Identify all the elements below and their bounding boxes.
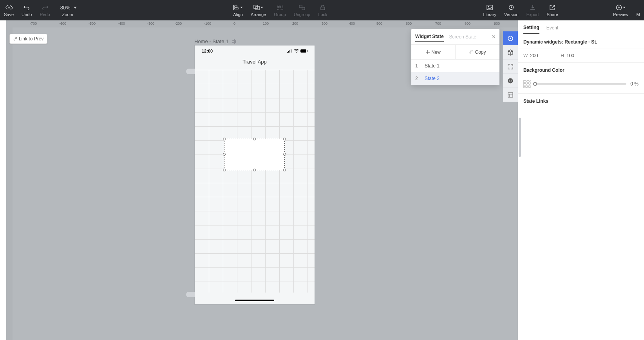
history-icon (508, 4, 514, 11)
side-tool-strip (503, 31, 518, 102)
arrange-button[interactable]: Arrange (247, 0, 270, 20)
size-row: W 200 H 100 (518, 49, 644, 63)
resize-handle-se[interactable] (283, 169, 286, 171)
share-button[interactable]: Share (543, 0, 562, 20)
resize-handle-n[interactable] (253, 138, 256, 140)
opacity-slider[interactable] (535, 83, 626, 85)
lock-button[interactable]: Lock (314, 0, 331, 20)
svg-point-19 (511, 80, 512, 80)
undo-icon (24, 4, 30, 11)
chevron-down-icon (260, 7, 263, 8)
state-row-1[interactable]: 1 State 1 (411, 60, 499, 72)
cube-tool[interactable] (503, 45, 518, 60)
save-label: Save (4, 12, 14, 17)
close-icon[interactable]: × (492, 33, 496, 40)
state-row-2[interactable]: 2 State 2 (411, 72, 499, 85)
slot-handle-top[interactable] (186, 69, 195, 74)
library-button[interactable]: Library (479, 0, 500, 20)
plus-icon (426, 50, 430, 54)
resize-handle-nw[interactable] (223, 138, 226, 140)
zoom-label: Zoom (62, 12, 73, 17)
target-tool[interactable] (503, 31, 518, 45)
left-sidebar-collapsed[interactable] (0, 20, 6, 340)
new-state-button[interactable]: New (411, 45, 456, 59)
redo-label: Redo (40, 12, 50, 17)
slider-thumb[interactable] (533, 82, 537, 86)
resize-handle-w[interactable] (223, 153, 226, 156)
undo-label: Undo (22, 12, 32, 17)
preview-label: Preview (613, 12, 628, 17)
download-icon (530, 4, 536, 11)
home-indicator (235, 300, 274, 301)
version-button[interactable]: Version (500, 0, 523, 20)
expand-tool[interactable] (503, 60, 518, 74)
artboard[interactable]: 12:00 Travel App (195, 45, 315, 304)
gear-icon[interactable] (231, 39, 236, 44)
expand-icon (507, 64, 514, 70)
width-input[interactable]: 200 (530, 53, 549, 58)
height-input[interactable]: 100 (566, 53, 585, 58)
tab-widget-state[interactable]: Widget State (415, 32, 444, 42)
version-label: Version (504, 12, 519, 17)
emoji-tool[interactable] (503, 74, 518, 88)
ruler-vertical (6, 27, 13, 340)
lock-icon (320, 4, 326, 11)
svg-rect-2 (277, 5, 283, 10)
status-time: 12:00 (202, 49, 213, 53)
resize-handle-e[interactable] (283, 153, 286, 156)
svg-rect-4 (299, 5, 302, 7)
export-button[interactable]: Export (523, 0, 543, 20)
group-label: Group (274, 12, 286, 17)
layout-icon (507, 92, 514, 98)
play-circle-icon (616, 4, 626, 11)
color-swatch[interactable] (523, 80, 531, 88)
link-to-prev-tag[interactable]: Link to Prev (9, 34, 47, 44)
resize-handle-ne[interactable] (283, 138, 286, 140)
redo-button[interactable]: Redo (36, 0, 54, 20)
dynamic-widgets-title: Dynamic widgets: Rectangle - St. (518, 35, 644, 49)
copy-state-button[interactable]: Copy (456, 45, 499, 59)
group-button[interactable]: Group (270, 0, 290, 20)
svg-point-16 (510, 38, 511, 39)
slot-handle-bottom[interactable] (186, 292, 195, 297)
svg-rect-11 (300, 49, 306, 53)
group-icon (277, 4, 283, 11)
artboard-grid (195, 70, 315, 293)
cloud-upload-icon (5, 4, 13, 11)
battery-icon (300, 49, 308, 53)
svg-point-18 (509, 80, 510, 80)
top-toolbar: Save Undo Redo 80% Zoom (0, 0, 644, 20)
tab-event[interactable]: Event (546, 22, 559, 34)
zoom-value: 80% (59, 5, 72, 11)
properties-panel: Setting Event Dynamic widgets: Rectangle… (518, 20, 644, 340)
resize-handle-s[interactable] (253, 169, 256, 171)
opacity-value[interactable]: 0 % (630, 81, 639, 87)
ungroup-button[interactable]: Ungroup (290, 0, 314, 20)
undo-button[interactable]: Undo (18, 0, 36, 20)
zoom-dropdown[interactable]: 80% Zoom (54, 0, 81, 20)
redo-icon (42, 4, 48, 11)
app-title: Travel App (195, 59, 315, 65)
more-label: M (636, 12, 640, 17)
lock-label: Lock (318, 12, 327, 17)
export-label: Export (526, 12, 539, 17)
preview-button[interactable]: Preview (609, 0, 632, 20)
state-links-heading: State Links (518, 94, 644, 109)
svg-point-8 (488, 6, 489, 7)
chevron-down-icon (240, 7, 243, 8)
align-button[interactable]: Align (229, 0, 247, 20)
scrollbar[interactable] (519, 118, 521, 157)
artboard-label[interactable]: Home - State 1 (194, 38, 236, 44)
resize-handle-sw[interactable] (223, 169, 226, 171)
tab-screen-state[interactable]: Screen State (449, 33, 476, 41)
selected-rectangle[interactable] (224, 139, 285, 170)
target-icon (507, 35, 514, 42)
link-tag-label: Link to Prev (19, 36, 43, 42)
tab-setting[interactable]: Setting (523, 22, 539, 34)
svg-rect-5 (302, 7, 305, 10)
layout-tool[interactable] (503, 88, 518, 102)
more-button[interactable]: M (632, 0, 644, 20)
save-button[interactable]: Save (0, 0, 18, 20)
svg-rect-12 (307, 50, 308, 52)
signal-icon (287, 49, 292, 53)
